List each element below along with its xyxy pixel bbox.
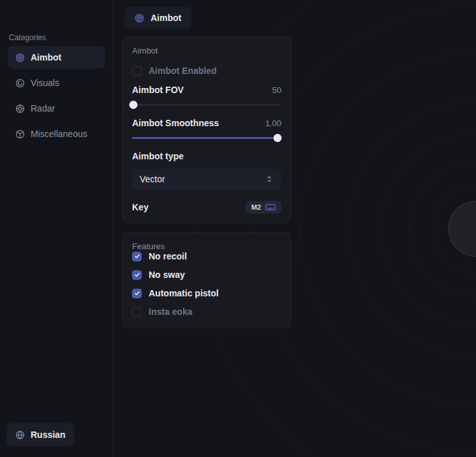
checkbox-label: Aimbot Enabled — [149, 66, 217, 76]
fov-label-row: Aimbot FOV 50 — [132, 85, 281, 95]
panel-title: Features — [132, 242, 281, 251]
key-binding-value: M2 — [251, 203, 261, 211]
chevron-up-down-icon — [265, 175, 274, 184]
checkbox-label: Insta eoka — [149, 307, 192, 317]
sidebar-item-label: Radar — [31, 103, 55, 113]
panel-title: Aimbot — [132, 46, 281, 55]
tab-aimbot[interactable]: Aimbot — [124, 7, 191, 29]
type-label-row: Aimbot type — [132, 151, 281, 161]
wheel-icon — [15, 129, 25, 139]
smoothness-label: Aimbot Smoothness — [132, 118, 219, 128]
language-button[interactable]: Russian — [6, 423, 74, 446]
keyboard-icon — [265, 203, 276, 211]
checkbox-checked[interactable] — [132, 270, 142, 280]
sidebar: Categories Aimbot Visuals Radar Miscella… — [0, 0, 114, 457]
sidebar-item-miscellaneous[interactable]: Miscellaneous — [8, 122, 105, 145]
checkbox-label: No recoil — [149, 251, 187, 261]
target-icon — [15, 53, 25, 62]
insta-eoka-checkbox-row[interactable]: Insta eoka — [132, 307, 281, 317]
fov-slider-thumb[interactable] — [130, 101, 138, 109]
sidebar-item-radar[interactable]: Radar — [8, 97, 105, 120]
sidebar-item-visuals[interactable]: Visuals — [8, 71, 105, 94]
tab-label: Aimbot — [151, 13, 181, 23]
type-label: Aimbot type — [132, 151, 184, 161]
fov-slider[interactable] — [132, 100, 281, 109]
features-panel: Features No recoil No sway Automatic pis… — [123, 232, 291, 328]
key-row: Key M2 — [132, 201, 281, 214]
sidebar-item-label: Visuals — [31, 78, 59, 88]
main-content: Aimbot Aimbot Aimbot Enabled Aimbot FOV … — [123, 0, 291, 328]
aimbot-type-select[interactable]: Vector — [132, 169, 281, 189]
checkbox-checked[interactable] — [132, 289, 142, 298]
checkbox-checked[interactable] — [132, 252, 142, 261]
no-recoil-checkbox-row[interactable]: No recoil — [132, 251, 281, 261]
checkbox-unchecked[interactable] — [132, 307, 142, 317]
smoothness-slider[interactable] — [132, 133, 281, 142]
key-binding-button[interactable]: M2 — [246, 201, 281, 214]
sidebar-item-label: Miscellaneous — [31, 129, 87, 139]
automatic-pistol-checkbox-row[interactable]: Automatic pistol — [132, 288, 281, 298]
checkbox-label: Automatic pistol — [149, 288, 219, 298]
eye-scan-icon — [15, 78, 25, 88]
slider-track — [132, 104, 281, 106]
checkbox-unchecked[interactable] — [132, 66, 142, 76]
aimbot-enabled-checkbox-row[interactable]: Aimbot Enabled — [132, 66, 281, 76]
sidebar-item-aimbot[interactable]: Aimbot — [8, 46, 105, 69]
smoothness-value: 1.00 — [265, 119, 281, 128]
select-value: Vector — [140, 174, 165, 184]
radar-icon — [15, 104, 25, 113]
smoothness-label-row: Aimbot Smoothness 1.00 — [132, 118, 281, 128]
language-label: Russian — [31, 430, 65, 440]
globe-icon — [15, 430, 25, 440]
smoothness-slider-thumb[interactable] — [274, 134, 282, 142]
checkbox-label: No sway — [149, 270, 185, 280]
slider-fill — [132, 137, 281, 139]
no-sway-checkbox-row[interactable]: No sway — [132, 270, 281, 280]
categories-heading: Categories — [9, 33, 46, 42]
fov-value: 50 — [272, 85, 281, 95]
aimbot-panel: Aimbot Aimbot Enabled Aimbot FOV 50 Aimb… — [123, 36, 291, 223]
category-nav: Aimbot Visuals Radar Miscellaneous — [8, 46, 105, 148]
fov-label: Aimbot FOV — [132, 85, 184, 95]
target-icon — [135, 13, 144, 23]
sidebar-item-label: Aimbot — [31, 52, 61, 62]
key-label: Key — [132, 202, 149, 212]
